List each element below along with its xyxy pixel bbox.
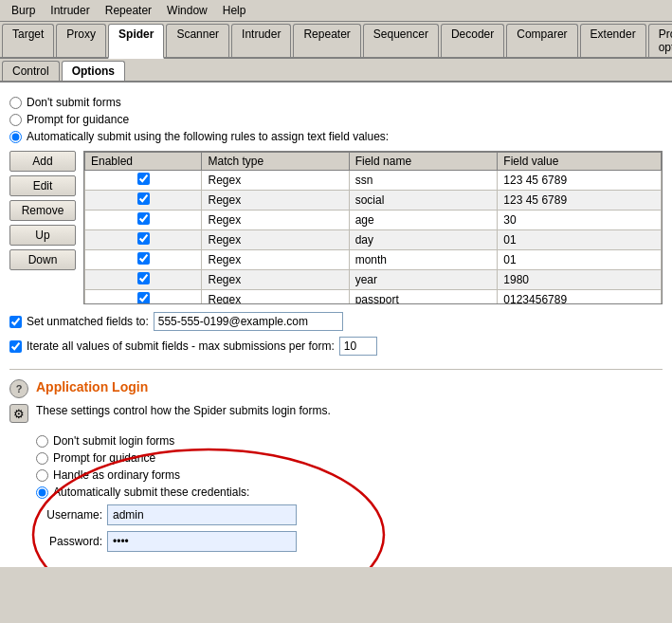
- tab-project-options[interactable]: Project options: [648, 24, 672, 57]
- section-divider: [9, 369, 663, 370]
- iterate-checkbox[interactable]: [9, 340, 22, 353]
- row-enabled-checkbox[interactable]: [137, 292, 150, 303]
- table-row[interactable]: Regex ssn 123 45 6789: [85, 171, 662, 191]
- login-radio-auto-label: Automatically submit these credentials:: [53, 486, 249, 499]
- unmatched-checkbox[interactable]: [9, 316, 22, 328]
- login-radio-group: Don't submit login forms Prompt for guid…: [36, 434, 663, 499]
- table-row[interactable]: Regex social 123 45 6789: [85, 191, 662, 211]
- password-input[interactable]: [107, 531, 297, 552]
- table-row[interactable]: Regex year 1980: [85, 270, 662, 290]
- row-field-name: month: [349, 250, 498, 270]
- row-enabled-checkbox[interactable]: [137, 232, 150, 245]
- row-field-name: passport: [349, 290, 498, 304]
- main-tab-bar: Target Proxy Spider Scanner Intruder Rep…: [0, 22, 672, 59]
- data-table-wrapper: Enabled Match type Field name Field valu…: [83, 151, 663, 304]
- table-section: Add Edit Remove Up Down Enabled Match ty…: [9, 151, 663, 304]
- radio-prompt-input[interactable]: [9, 114, 22, 126]
- password-row: Password:: [36, 531, 663, 552]
- menu-intruder[interactable]: Intruder: [43, 2, 97, 19]
- table-buttons: Add Edit Remove Up Down: [9, 151, 76, 304]
- login-radio-ordinary[interactable]: Handle as ordinary forms: [36, 468, 663, 482]
- table-row[interactable]: Regex passport 0123456789: [85, 290, 662, 304]
- login-radio-ordinary-label: Handle as ordinary forms: [53, 468, 180, 482]
- password-label: Password:: [36, 535, 102, 548]
- row-field-value: 0123456789: [498, 290, 662, 304]
- row-field-name: ssn: [349, 171, 498, 191]
- sub-tab-bar: Control Options: [0, 59, 672, 82]
- row-field-value: 01: [498, 250, 662, 270]
- login-form: Username: Password:: [36, 504, 663, 552]
- row-field-name: day: [349, 230, 498, 250]
- login-radio-dont[interactable]: Don't submit login forms: [36, 434, 663, 448]
- login-radio-prompt[interactable]: Prompt for guidance: [36, 451, 663, 465]
- table-scroll[interactable]: Enabled Match type Field name Field valu…: [84, 152, 662, 303]
- row-field-value: 123 45 6789: [498, 191, 662, 211]
- tab-repeater[interactable]: Repeater: [293, 24, 360, 57]
- row-enabled-checkbox[interactable]: [137, 272, 150, 284]
- radio-dont-submit[interactable]: Don't submit forms: [9, 96, 663, 109]
- row-enabled-checkbox[interactable]: [137, 173, 150, 185]
- down-button[interactable]: Down: [9, 249, 76, 270]
- row-enabled-checkbox[interactable]: [137, 192, 150, 205]
- row-field-name: year: [349, 270, 498, 290]
- menu-repeater[interactable]: Repeater: [98, 2, 159, 19]
- row-enabled-checkbox[interactable]: [137, 212, 150, 225]
- row-match-type: Regex: [202, 230, 349, 250]
- tab-decoder[interactable]: Decoder: [441, 24, 504, 57]
- menu-help[interactable]: Help: [215, 2, 254, 19]
- tab-proxy[interactable]: Proxy: [56, 24, 106, 57]
- edit-button[interactable]: Edit: [9, 175, 76, 196]
- tab-spider[interactable]: Spider: [108, 24, 164, 59]
- tab-extender[interactable]: Extender: [580, 24, 646, 57]
- table-row[interactable]: Regex age 30: [85, 211, 662, 230]
- iterate-input[interactable]: [339, 337, 377, 356]
- gear-icon[interactable]: ⚙: [9, 404, 28, 423]
- remove-button[interactable]: Remove: [9, 200, 76, 221]
- tab-scanner[interactable]: Scanner: [166, 24, 229, 57]
- row-match-type: Regex: [202, 191, 349, 211]
- menu-bar: Burp Intruder Repeater Window Help: [0, 0, 672, 22]
- menu-window[interactable]: Window: [159, 2, 215, 19]
- username-input[interactable]: [107, 504, 297, 525]
- content-area: Don't submit forms Prompt for guidance A…: [0, 82, 672, 567]
- row-field-name: social: [349, 191, 498, 211]
- tab-control[interactable]: Control: [2, 61, 60, 81]
- row-field-value: 1980: [498, 270, 662, 290]
- login-radio-prompt-label: Prompt for guidance: [53, 451, 155, 465]
- help-icon[interactable]: ?: [9, 379, 28, 398]
- login-radio-dont-input[interactable]: [36, 435, 48, 448]
- tab-sequencer[interactable]: Sequencer: [363, 24, 439, 57]
- tab-comparer[interactable]: Comparer: [506, 24, 577, 57]
- row-field-value: 30: [498, 211, 662, 230]
- row-match-type: Regex: [202, 290, 349, 304]
- col-field-name: Field name: [349, 153, 498, 171]
- col-match-type: Match type: [202, 153, 349, 171]
- row-match-type: Regex: [202, 270, 349, 290]
- login-radio-auto[interactable]: Automatically submit these credentials:: [36, 486, 663, 499]
- radio-prompt[interactable]: Prompt for guidance: [9, 113, 663, 126]
- login-radio-ordinary-input[interactable]: [36, 469, 48, 482]
- up-button[interactable]: Up: [9, 225, 76, 246]
- section-description: These settings control how the Spider su…: [36, 404, 331, 417]
- menu-burp[interactable]: Burp: [4, 2, 43, 19]
- unmatched-input[interactable]: [154, 312, 343, 331]
- table-row[interactable]: Regex day 01: [85, 230, 662, 250]
- tab-target[interactable]: Target: [2, 24, 54, 57]
- radio-auto[interactable]: Automatically submit using the following…: [9, 130, 663, 143]
- radio-dont-submit-input[interactable]: [9, 97, 22, 109]
- tab-options[interactable]: Options: [62, 61, 125, 81]
- tab-intruder[interactable]: Intruder: [231, 24, 291, 57]
- login-radio-prompt-input[interactable]: [36, 452, 48, 465]
- unmatched-row: Set unmatched fields to:: [9, 312, 663, 331]
- username-row: Username:: [36, 504, 663, 525]
- row-enabled-checkbox[interactable]: [137, 252, 150, 265]
- row-field-value: 123 45 6789: [498, 171, 662, 191]
- section-title: Application Login: [36, 379, 148, 394]
- app-login-section: ? Application Login ⚙ These settings con…: [9, 379, 663, 558]
- iterate-row: Iterate all values of submit fields - ma…: [9, 337, 663, 356]
- table-row[interactable]: Regex month 01: [85, 250, 662, 270]
- form-submission-section: Don't submit forms Prompt for guidance A…: [9, 96, 663, 356]
- add-button[interactable]: Add: [9, 151, 76, 172]
- radio-auto-input[interactable]: [9, 131, 22, 143]
- login-radio-auto-input[interactable]: [36, 486, 48, 499]
